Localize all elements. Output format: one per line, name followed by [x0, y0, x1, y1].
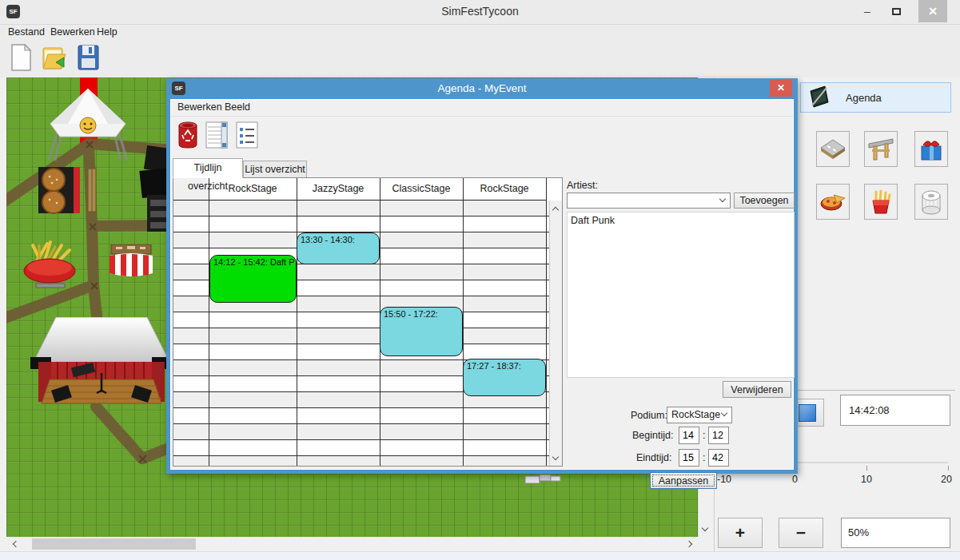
- close-button[interactable]: ✕: [918, 0, 947, 22]
- time-colon: :: [703, 452, 705, 463]
- podium-label: Podium:: [631, 410, 667, 421]
- bullet-list-icon: [236, 121, 258, 149]
- fries-icon: [870, 189, 892, 215]
- column-header: JazzyStage: [297, 178, 380, 201]
- item-pizza-button[interactable]: [816, 184, 850, 220]
- begin-time-label: Begintijd:: [632, 430, 673, 441]
- tab-tijdlijn-overzicht[interactable]: Tijdlijn overzicht: [173, 158, 243, 178]
- podium-combobox-value: RockStage: [671, 409, 720, 420]
- slider-tick-label: -10: [717, 474, 731, 485]
- window-titlebar: SF SimFestTycoon – ✕: [0, 0, 960, 24]
- dialog-titlebar: SF Agenda - MyEvent ✕: [166, 78, 798, 99]
- dialog-menu-bewerken[interactable]: Bewerken: [177, 101, 222, 113]
- grid-scroll-down-icon[interactable]: [549, 451, 562, 464]
- zoom-out-button[interactable]: −: [779, 518, 823, 548]
- game-clock: 14:42:08: [840, 395, 950, 426]
- delete-event-button[interactable]: [176, 121, 200, 151]
- agenda-button-label: Agenda: [846, 92, 882, 104]
- column-header: ClassicStage: [380, 178, 463, 201]
- menu-bar: Bestand Bewerken Help: [0, 24, 960, 40]
- main-toolbar: [0, 40, 960, 77]
- begin-minute-input[interactable]: [708, 427, 729, 444]
- scroll-right-icon[interactable]: [683, 538, 696, 550]
- agenda-dialog: SF Agenda - MyEvent ✕ Bewerken Beeld: [166, 78, 798, 474]
- new-file-icon: [9, 43, 33, 72]
- trash-icon: [177, 121, 199, 149]
- fries-stand[interactable]: [20, 239, 79, 290]
- menu-bewerken[interactable]: Bewerken: [50, 26, 95, 38]
- agenda-book-icon: [807, 85, 831, 110]
- item-gift-button[interactable]: [914, 131, 948, 167]
- schedule-event[interactable]: 15:50 - 17:22:: [380, 307, 463, 355]
- menu-bestand[interactable]: Bestand: [8, 26, 45, 38]
- dialog-menu-beeld[interactable]: Beeld: [225, 101, 250, 113]
- dialog-title: Agenda - MyEvent: [166, 82, 798, 94]
- road-tile-icon: [819, 138, 846, 161]
- end-minute-input[interactable]: [708, 449, 729, 467]
- artist-list-item[interactable]: Daft Punk: [568, 212, 794, 226]
- grid-scroll-up-icon[interactable]: [549, 202, 562, 215]
- open-file-icon: [42, 43, 67, 72]
- horizontal-scroll-thumb[interactable]: [32, 538, 196, 550]
- column-header: RockStage: [463, 178, 546, 201]
- map-horizontal-scrollbar[interactable]: [6, 537, 698, 551]
- schedule-grid-body[interactable]: 14:12 - 15:42: Daft P13:30 - 14:30:15:50…: [173, 201, 549, 466]
- item-toilet-paper-button[interactable]: [914, 184, 948, 220]
- dialog-menu-bar: Bewerken Beeld: [171, 100, 793, 117]
- dialog-toolbar: [171, 117, 793, 157]
- time-colon: :: [703, 430, 705, 441]
- maximize-icon: [892, 8, 901, 15]
- podium-combobox[interactable]: RockStage: [667, 407, 732, 423]
- save-file-icon: [76, 43, 100, 72]
- entrance-tent[interactable]: [44, 87, 132, 167]
- tab-lijst-overzicht[interactable]: Lijst overzicht: [243, 161, 307, 178]
- scroll-down-icon[interactable]: [699, 522, 711, 535]
- new-file-button[interactable]: [6, 43, 35, 73]
- maximize-button[interactable]: [883, 0, 909, 22]
- open-file-button[interactable]: [40, 43, 69, 73]
- status-bar: [0, 551, 960, 560]
- timeline-view-button[interactable]: [205, 121, 229, 151]
- slider-tick-label: 0: [792, 474, 798, 485]
- scroll-left-icon[interactable]: [8, 538, 21, 550]
- slider-tick-label: 20: [941, 474, 952, 485]
- schedule-event[interactable]: 17:27 - 18:37:: [463, 359, 546, 396]
- application-window: SF SimFestTycoon – ✕ Bestand Bewerken He…: [0, 0, 960, 560]
- burger-stand[interactable]: [38, 164, 99, 216]
- minimize-button[interactable]: –: [854, 0, 880, 22]
- add-artist-button[interactable]: Toevoegen: [734, 193, 795, 209]
- dialog-body: Bewerken Beeld: [170, 99, 794, 470]
- agenda-button[interactable]: Agenda: [800, 82, 951, 113]
- item-road-tile-button[interactable]: [816, 131, 850, 167]
- end-hour-input[interactable]: [679, 449, 699, 467]
- item-fries-button[interactable]: [864, 184, 898, 220]
- torii-gate-icon: [867, 137, 894, 161]
- gift-icon: [918, 137, 944, 162]
- zoom-in-button[interactable]: +: [718, 518, 763, 548]
- window-title: SimFestTycoon: [0, 5, 960, 18]
- schedule-event[interactable]: 13:30 - 14:30:: [297, 232, 380, 264]
- combobox-chevron-icon: [721, 410, 727, 416]
- play-pause-icon: [799, 404, 816, 422]
- artist-combobox[interactable]: [567, 193, 731, 209]
- list-view-button[interactable]: [235, 121, 259, 151]
- dialog-close-button[interactable]: ✕: [770, 80, 792, 97]
- menu-help[interactable]: Help: [97, 26, 118, 38]
- grid-vertical-scrollbar[interactable]: [549, 201, 562, 466]
- market-stand[interactable]: [108, 244, 154, 280]
- slider-tick: [948, 466, 949, 471]
- remove-artist-button[interactable]: Verwijderen: [723, 381, 791, 398]
- slider-tick: [866, 466, 867, 471]
- apply-button[interactable]: Aanpassen: [650, 472, 717, 489]
- combobox-chevron-icon: [719, 196, 726, 202]
- end-time-label: Eindtijd:: [636, 452, 671, 463]
- begin-hour-input[interactable]: [679, 427, 699, 444]
- schedule-event[interactable]: 14:12 - 15:42: Daft P: [209, 255, 297, 303]
- item-torii-gate-button[interactable]: [864, 131, 898, 167]
- timeline-list-icon: [205, 121, 228, 149]
- save-file-button[interactable]: [74, 43, 102, 73]
- small-prop[interactable]: [524, 473, 564, 484]
- toilet-paper-icon: [919, 189, 943, 215]
- artist-listbox[interactable]: Daft Punk: [567, 212, 795, 378]
- main-stage[interactable]: [30, 317, 173, 411]
